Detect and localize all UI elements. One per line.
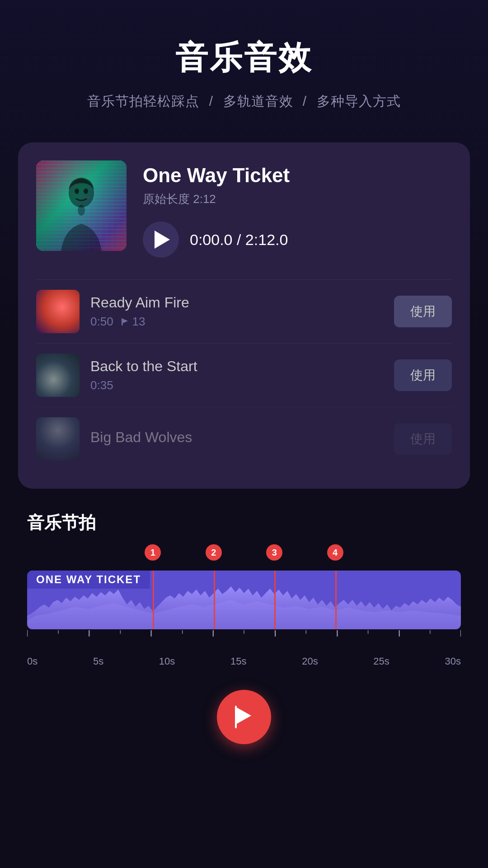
timeline-labels: 0s 5s 10s 15s 20s 25s 30s [27,656,461,667]
play-icon [155,231,170,249]
subtitle-separator-1: / [209,94,213,108]
subtitle-part-1: 音乐节拍轻松踩点 [87,94,199,108]
svg-rect-4 [122,318,123,326]
timeline-label-15: 15s [230,656,246,667]
beat-marker-4: 4 [327,544,343,561]
track-name-2: Back to the Start [90,358,383,375]
timeline-label-30: 30s [445,656,460,667]
track-time-1: 0:50 [90,315,113,329]
timeline-label-20: 20s [302,656,318,667]
track-thumbnail-3 [36,417,80,461]
track-meta-1: 0:50 13 [90,315,383,329]
track-info-3: Big Bad Wolves [90,429,383,449]
use-button-2[interactable]: 使用 [394,359,452,391]
track-list: Ready Aim Fire 0:50 13 使用 [36,279,452,471]
music-card: One Way Ticket 原始长度 2:12 0:00.0 / 2:12.0… [18,142,470,489]
track-name-1: Ready Aim Fire [90,294,383,311]
beat-section: 音乐节拍 1 2 3 [18,511,470,744]
timeline-label-10: 10s [159,656,175,667]
track-meta-2: 0:35 [90,378,383,392]
track-thumbnail-2 [36,354,80,397]
timeline-ticks [27,629,461,652]
album-art [36,160,127,251]
waveform-label: ONE WAY TICKET [27,571,150,589]
current-track-title: One Way Ticket [143,164,452,187]
page: 音乐音效 音乐节拍轻松踩点 / 多轨道音效 / 多种导入方式 [0,0,488,868]
svg-point-2 [75,189,79,194]
list-item: Back to the Start 0:35 使用 [36,343,452,407]
player-controls: 0:00.0 / 2:12.0 [143,222,452,258]
subtitle-separator-2: / [303,94,307,108]
beat-marker-2: 2 [206,544,222,561]
track-duration-label: 原始长度 2:12 [143,191,452,207]
page-subtitle: 音乐节拍轻松踩点 / 多轨道音效 / 多种导入方式 [87,92,400,111]
track-info-2: Back to the Start 0:35 [90,358,383,392]
flag-button-container [27,690,461,744]
track-time-2: 0:35 [90,378,113,392]
now-playing-section: One Way Ticket 原始长度 2:12 0:00.0 / 2:12.0 [36,160,452,258]
timeline-label-25: 25s [373,656,389,667]
track-name-3: Big Bad Wolves [90,429,383,446]
timeline-label-5: 5s [93,656,103,667]
use-button-3[interactable]: 使用 [394,423,452,455]
beat-marker-1: 1 [145,544,161,561]
flag-icon [235,706,253,728]
waveform-track[interactable]: ONE WAY TICKET [27,571,461,629]
subtitle-part-2: 多轨道音效 [223,94,293,108]
svg-point-1 [78,205,85,216]
waveform-container[interactable]: 1 2 3 4 [27,552,461,667]
timeline-label-0: 0s [27,656,38,667]
list-item: Big Bad Wolves 使用 [36,407,452,471]
track-thumbnail-1 [36,290,80,333]
subtitle-part-3: 多种导入方式 [317,94,401,108]
flag-icon-1: 13 [120,315,145,329]
beat-marker-3: 3 [266,544,282,561]
list-item: Ready Aim Fire 0:50 13 使用 [36,279,452,343]
use-button-1[interactable]: 使用 [394,296,452,327]
page-title: 音乐音效 [175,36,313,80]
flag-triangle [237,708,251,724]
now-playing-info: One Way Ticket 原始长度 2:12 0:00.0 / 2:12.0 [143,160,452,258]
beat-section-title: 音乐节拍 [27,511,461,534]
person-silhouette [56,174,106,251]
flag-button[interactable] [217,690,271,744]
track-info-1: Ready Aim Fire 0:50 13 [90,294,383,329]
play-button[interactable] [143,222,179,258]
svg-point-3 [84,189,88,194]
time-display: 0:00.0 / 2:12.0 [190,231,288,249]
